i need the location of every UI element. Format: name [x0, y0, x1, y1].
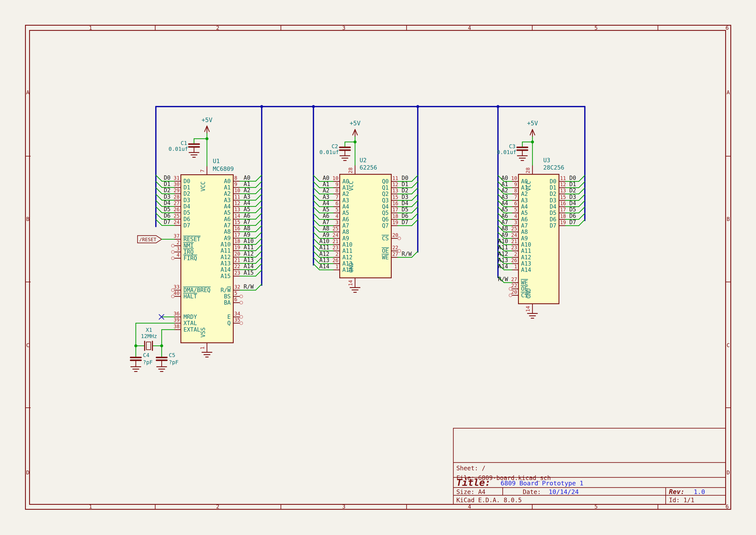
- pin-name[interactable]: OE: [382, 248, 389, 254]
- net-label[interactable]: A14: [244, 263, 254, 269]
- net-label[interactable]: D4: [402, 200, 408, 207]
- pin-name[interactable]: A10: [221, 241, 231, 248]
- cap-value[interactable]: 0.01uf: [497, 149, 516, 155]
- crystal-reference[interactable]: X1: [146, 327, 152, 333]
- net-label[interactable]: D5: [164, 206, 171, 212]
- net-label[interactable]: A2: [323, 187, 329, 194]
- net-label[interactable]: A14: [498, 263, 508, 270]
- net-label[interactable]: D6: [164, 212, 171, 219]
- net-label[interactable]: A9: [323, 232, 329, 238]
- pin-name[interactable]: Q0: [382, 178, 389, 185]
- pin-number[interactable]: 33: [174, 284, 179, 290]
- pin-name[interactable]: Q1: [382, 184, 389, 191]
- pin-name[interactable]: BA: [224, 299, 231, 306]
- pin-number[interactable]: 1: [514, 264, 517, 269]
- ic-value[interactable]: 28C256: [543, 164, 564, 171]
- pin-number[interactable]: 19: [560, 220, 566, 225]
- net-label[interactable]: A6: [501, 213, 508, 219]
- pin-number[interactable]: 37: [174, 233, 179, 239]
- pin-number[interactable]: 10: [511, 175, 517, 181]
- pin-name[interactable]: A13: [342, 260, 352, 267]
- pin-number[interactable]: 13: [560, 188, 566, 193]
- pin-name[interactable]: Q: [227, 320, 231, 326]
- net-label[interactable]: A13: [244, 257, 254, 263]
- pin-number[interactable]: 27: [511, 277, 517, 282]
- pin-number[interactable]: 8: [336, 188, 338, 193]
- pin-name[interactable]: D7: [183, 222, 190, 229]
- pin-number[interactable]: 14: [525, 306, 531, 312]
- cap-reference[interactable]: C3: [509, 143, 515, 150]
- pin-name[interactable]: D3: [183, 197, 190, 204]
- pin-number[interactable]: 39: [174, 317, 179, 323]
- pin-number[interactable]: 25: [333, 226, 338, 232]
- pin-name[interactable]: D1: [183, 184, 190, 191]
- net-label[interactable]: A3: [244, 193, 250, 200]
- net-label[interactable]: D1: [569, 181, 576, 187]
- pin-name[interactable]: A8: [224, 228, 231, 235]
- pin-number[interactable]: 28: [525, 167, 531, 173]
- net-label[interactable]: A6: [244, 212, 250, 219]
- pin-number[interactable]: 11: [234, 194, 240, 200]
- pin-name[interactable]: VSS: [200, 327, 206, 338]
- pin-name[interactable]: A5: [521, 210, 528, 216]
- pin-name[interactable]: A5: [342, 210, 349, 216]
- net-label[interactable]: R/W: [244, 283, 254, 290]
- net-label[interactable]: A0: [501, 175, 508, 181]
- pin-name[interactable]: IRQ: [183, 249, 194, 255]
- pin-name[interactable]: A3: [342, 197, 349, 204]
- net-label[interactable]: A4: [244, 200, 250, 206]
- pin-name[interactable]: CS: [521, 292, 528, 298]
- pin-number[interactable]: 4: [176, 252, 179, 258]
- pin-number[interactable]: 7: [200, 169, 205, 172]
- pin-name[interactable]: A0: [224, 178, 231, 184]
- pin-number[interactable]: 8: [234, 175, 237, 181]
- pin-name[interactable]: XTAL: [183, 320, 197, 326]
- net-label[interactable]: A8: [244, 225, 250, 232]
- pin-number[interactable]: 23: [511, 245, 517, 250]
- pin-number[interactable]: 4: [514, 213, 517, 219]
- cap-reference[interactable]: C1: [181, 140, 187, 146]
- net-label[interactable]: A9: [244, 232, 250, 238]
- pin-name[interactable]: A3: [521, 197, 528, 204]
- pin-number[interactable]: 2: [176, 240, 179, 245]
- net-label[interactable]: A0: [323, 175, 329, 181]
- pin-name[interactable]: FIRQ: [183, 255, 197, 262]
- power-net-label[interactable]: +5V: [202, 117, 213, 124]
- net-label[interactable]: R/W: [402, 251, 412, 257]
- net-label[interactable]: A12: [319, 251, 329, 257]
- pin-name[interactable]: A2: [521, 191, 528, 197]
- net-label[interactable]: A3: [323, 194, 329, 200]
- cap-reference[interactable]: C2: [332, 143, 338, 150]
- pin-number[interactable]: 18: [392, 213, 398, 219]
- pin-number[interactable]: 5: [336, 207, 338, 212]
- pin-number[interactable]: 13: [392, 188, 398, 193]
- power-net-label[interactable]: +5V: [527, 120, 538, 127]
- net-label[interactable]: A5: [244, 206, 250, 212]
- net-label[interactable]: D2: [569, 187, 576, 194]
- net-label[interactable]: A13: [319, 257, 329, 264]
- pin-number[interactable]: 21: [511, 239, 517, 244]
- pin-name[interactable]: Q2: [382, 191, 389, 197]
- net-label[interactable]: D7: [402, 219, 408, 225]
- pin-name[interactable]: VCC: [200, 182, 206, 191]
- pin-name[interactable]: A0: [342, 178, 349, 185]
- pin-name[interactable]: A9: [224, 235, 231, 241]
- pin-name[interactable]: Q4: [382, 204, 389, 210]
- net-label[interactable]: D3: [569, 194, 576, 200]
- net-label[interactable]: A11: [498, 244, 508, 251]
- pin-number[interactable]: 31: [174, 175, 179, 181]
- net-label[interactable]: D3: [164, 193, 171, 200]
- net-label[interactable]: A1: [501, 181, 508, 187]
- pin-name[interactable]: D2: [550, 191, 556, 197]
- pin-number[interactable]: 22: [234, 264, 240, 269]
- net-label[interactable]: A7: [323, 219, 329, 225]
- pin-number[interactable]: 1: [200, 347, 205, 350]
- pin-name[interactable]: A15: [221, 273, 231, 279]
- pin-name[interactable]: A3: [224, 197, 231, 204]
- net-label[interactable]: A3: [501, 194, 508, 200]
- pin-number[interactable]: 21: [333, 239, 338, 244]
- net-label[interactable]: A5: [501, 206, 508, 213]
- pin-number[interactable]: 24: [333, 232, 338, 238]
- pin-number[interactable]: 15: [392, 194, 398, 200]
- net-label[interactable]: D0: [569, 175, 576, 181]
